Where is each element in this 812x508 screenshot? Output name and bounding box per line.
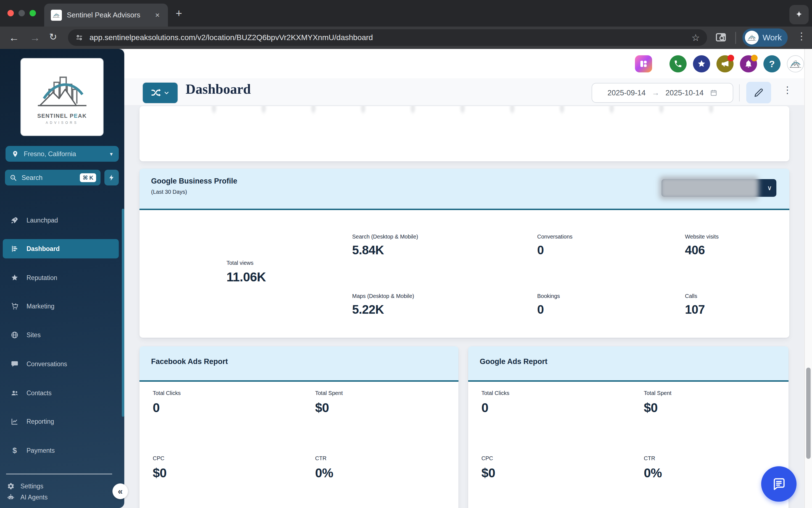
page-scrollbar-track[interactable]	[804, 49, 812, 508]
search-shortcut-badge: ⌘ K	[80, 173, 96, 182]
facebook-ads-report-card: Facebook Ads Report Total Clicks 0 Total…	[140, 346, 459, 508]
search-input[interactable]: Search ⌘ K	[5, 170, 100, 185]
browser-profile-button[interactable]: Work	[743, 29, 788, 47]
sidebar-item-reputation[interactable]: Reputation	[3, 268, 119, 288]
favorites-button[interactable]	[693, 55, 710, 73]
tab-search-button[interactable]	[714, 31, 727, 44]
shuffle-icon	[151, 88, 161, 98]
pencil-icon	[754, 88, 763, 97]
stat-value: $0	[644, 400, 771, 415]
axis-label-zero: 0	[312, 106, 315, 115]
calendar-icon	[710, 89, 718, 97]
browser-sparkle-button[interactable]	[790, 5, 809, 24]
sidebar-item-conversations[interactable]: Conversations	[3, 354, 119, 374]
header-separator	[739, 84, 739, 101]
axis-label-zero: 0	[610, 106, 613, 115]
star-icon	[697, 59, 706, 68]
sidebar-item-marketing[interactable]: Marketing	[3, 297, 119, 316]
company-logo-icon	[32, 70, 93, 111]
stat-maps: Maps (Desktop & Mobile) 5.22K	[352, 293, 537, 316]
page-scrollbar-thumb[interactable]	[806, 368, 811, 459]
bell-icon	[744, 59, 753, 68]
new-tab-button[interactable]: +	[176, 7, 182, 19]
axis-label-zero: 0	[560, 106, 564, 115]
gbp-stats-grid: Search (Desktop & Mobile) 5.84K Conversa…	[352, 234, 804, 316]
google-ads-card-body: Total Clicks 0 Total Spent $0 CPC $0 C	[468, 382, 789, 480]
browser-menu-icon[interactable]: ⋮	[797, 30, 807, 42]
stat-label: Total Clicks	[153, 390, 315, 396]
stat-label: Conversations	[537, 234, 685, 240]
header-menu-icon[interactable]: ⋮	[783, 84, 792, 95]
gbp-profile-select[interactable]: ∨	[662, 179, 776, 197]
sidebar-item-dashboard[interactable]: Dashboard	[3, 239, 119, 258]
dashboard-switcher-button[interactable]	[142, 82, 178, 103]
window-zoom-button[interactable]	[30, 10, 36, 16]
sidebar-item-contacts[interactable]: Contacts	[3, 383, 119, 403]
gbp-card-body: Total views 11.06K Search (Desktop & Mob…	[140, 210, 790, 338]
phone-button[interactable]	[669, 55, 686, 73]
stat-total-clicks: Total Clicks 0	[153, 390, 315, 415]
quick-actions-button[interactable]	[104, 170, 119, 185]
arrow-right-icon: →	[652, 88, 660, 97]
search-icon	[9, 174, 17, 181]
reload-icon[interactable]: ↻	[49, 32, 57, 41]
sidebar-scrollbar[interactable]	[122, 209, 124, 417]
logo-subtext: ADVISORS	[46, 121, 78, 125]
site-info-icon[interactable]	[75, 34, 83, 42]
fb-ads-title: Facebook Ads Report	[151, 357, 459, 366]
axis-label-zero: 0	[461, 106, 464, 115]
tab-close-icon[interactable]: ×	[153, 11, 161, 19]
date-start[interactable]: 2025-09-14	[607, 89, 646, 97]
phone-icon	[674, 59, 682, 68]
sidebar-item-label: Payments	[27, 447, 55, 454]
stat-total-spent: Total Spent $0	[315, 390, 442, 415]
profile-avatar	[745, 31, 759, 44]
stat-label: Maps (Desktop & Mobile)	[352, 293, 537, 299]
account-avatar[interactable]	[787, 55, 804, 73]
stat-value: 0	[537, 303, 685, 316]
notifications-button[interactable]	[740, 55, 757, 73]
date-end[interactable]: 2025-10-14	[666, 89, 704, 97]
stat-label: CPC	[153, 455, 315, 462]
lightning-icon	[108, 174, 115, 182]
back-icon[interactable]: ←	[9, 33, 19, 43]
page-title: Dashboard	[186, 81, 251, 97]
sidebar-item-label: Conversations	[27, 361, 67, 368]
sidebar-divider	[6, 474, 112, 474]
chat-widget-button[interactable]	[761, 466, 797, 502]
forward-icon[interactable]: →	[30, 33, 40, 43]
announcements-button[interactable]	[716, 55, 733, 73]
window-close-button[interactable]	[7, 10, 14, 16]
users-icon	[10, 389, 19, 397]
axis-label-zero: 0	[660, 106, 663, 115]
stat-value: 0	[153, 400, 315, 415]
tab-title: Sentinel Peak Advisors	[67, 11, 149, 19]
sidebar-item-settings[interactable]: Settings	[7, 482, 43, 490]
app-launcher-button[interactable]	[635, 55, 652, 73]
stat-value: $0	[315, 400, 442, 415]
sidebar-item-ai-agents[interactable]: AI Agents	[7, 493, 48, 501]
edit-dashboard-button[interactable]	[746, 82, 771, 103]
sidebar-item-launchpad[interactable]: Launchpad	[3, 211, 119, 230]
screen: Sentinel Peak Advisors × + ← → ↻ app.sen…	[0, 0, 812, 508]
chevron-down-icon: ∨	[767, 184, 772, 192]
location-switcher[interactable]: Fresno, California ▾	[5, 146, 119, 162]
tab-favicon-icon	[51, 10, 62, 21]
cart-icon	[10, 302, 19, 310]
location-name: Fresno, California	[24, 150, 105, 158]
sidebar-item-sites[interactable]: Sites	[3, 325, 119, 345]
browser-tab[interactable]: Sentinel Peak Advisors ×	[44, 4, 168, 27]
stat-total-clicks: Total Clicks 0	[481, 390, 644, 415]
stat-cpc: CPC $0	[153, 455, 315, 480]
sidebar-item-reporting[interactable]: Reporting	[3, 412, 119, 431]
window-minimize-button[interactable]	[18, 10, 25, 16]
stat-label: Total Spent	[644, 390, 771, 396]
address-bar[interactable]: app.sentinelpeaksolutions.com/v2/locatio…	[68, 29, 707, 46]
bookmark-star-icon[interactable]: ☆	[691, 32, 700, 43]
sidebar-item-payments[interactable]: $ Payments	[3, 441, 119, 460]
stat-total-views: Total views 11.06K	[227, 260, 266, 284]
stat-value: 0	[537, 243, 685, 257]
stat-bookings: Bookings 0	[537, 293, 685, 316]
date-range-picker[interactable]: 2025-09-14 → 2025-10-14	[591, 83, 733, 103]
help-button[interactable]: ?	[763, 55, 780, 73]
